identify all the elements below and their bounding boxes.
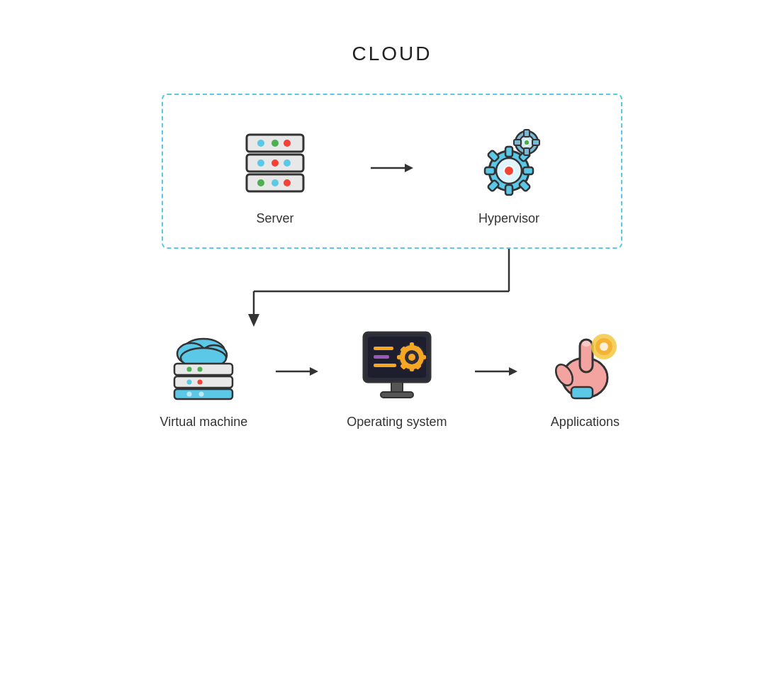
svg-point-47 (187, 392, 192, 397)
svg-marker-35 (248, 314, 259, 327)
svg-point-8 (284, 159, 291, 167)
apps-block: Applications (546, 327, 624, 430)
cloud-title: CLOUD (352, 43, 432, 65)
vm-label: Virtual machine (160, 415, 248, 430)
svg-rect-54 (374, 355, 389, 359)
server-to-hypervisor-arrow (371, 159, 413, 176)
svg-point-46 (198, 380, 203, 385)
bottom-row: Virtual machine (160, 327, 625, 430)
svg-point-4 (271, 140, 279, 147)
svg-point-58 (408, 354, 415, 361)
svg-point-44 (198, 367, 203, 372)
svg-point-6 (257, 159, 264, 167)
virtual-machine-icon (164, 327, 242, 405)
vm-block: Virtual machine (160, 327, 248, 430)
svg-point-27 (524, 140, 530, 145)
svg-point-7 (271, 159, 279, 167)
svg-point-10 (271, 179, 279, 186)
svg-rect-41 (174, 376, 233, 388)
svg-rect-30 (514, 140, 521, 145)
svg-marker-13 (405, 164, 413, 172)
svg-rect-62 (420, 355, 426, 359)
connector-section (162, 249, 622, 327)
svg-rect-59 (410, 342, 414, 348)
cloud-dashed-box: Server (162, 94, 622, 249)
svg-point-11 (284, 179, 291, 186)
svg-point-43 (187, 367, 192, 372)
apps-label: Applications (551, 415, 620, 430)
connector-arrow (162, 249, 622, 327)
svg-point-16 (504, 166, 514, 176)
svg-rect-55 (374, 364, 396, 367)
hypervisor-label: Hypervisor (478, 211, 539, 226)
svg-rect-53 (374, 347, 393, 350)
svg-rect-19 (485, 167, 495, 174)
hypervisor-icon (470, 123, 548, 201)
svg-point-9 (257, 179, 264, 186)
svg-rect-18 (505, 185, 513, 195)
svg-point-5 (284, 140, 291, 147)
svg-marker-70 (509, 367, 517, 376)
svg-point-77 (600, 342, 608, 351)
svg-rect-68 (381, 392, 413, 398)
svg-rect-40 (174, 364, 233, 375)
svg-point-3 (257, 140, 264, 147)
os-to-apps-arrow (475, 363, 517, 380)
svg-rect-28 (524, 130, 530, 137)
svg-rect-74 (571, 387, 593, 398)
svg-rect-61 (397, 355, 403, 359)
svg-point-78 (582, 341, 590, 347)
operating-system-icon (358, 327, 436, 405)
server-icon (236, 123, 314, 201)
svg-rect-29 (524, 148, 530, 155)
svg-marker-50 (310, 367, 318, 376)
svg-rect-67 (391, 382, 403, 392)
svg-rect-17 (505, 147, 513, 157)
svg-point-48 (199, 392, 204, 397)
svg-point-45 (187, 380, 192, 385)
vm-to-os-arrow (276, 363, 318, 380)
hypervisor-block: Hypervisor (470, 123, 548, 226)
applications-icon (546, 327, 624, 405)
os-block: Operating system (347, 327, 447, 430)
server-block: Server (236, 123, 314, 226)
svg-rect-60 (410, 366, 414, 371)
server-label: Server (256, 211, 293, 226)
svg-rect-20 (523, 167, 533, 174)
svg-rect-31 (532, 140, 539, 145)
main-container: CLOUD (0, 0, 784, 684)
os-label: Operating system (347, 415, 447, 430)
